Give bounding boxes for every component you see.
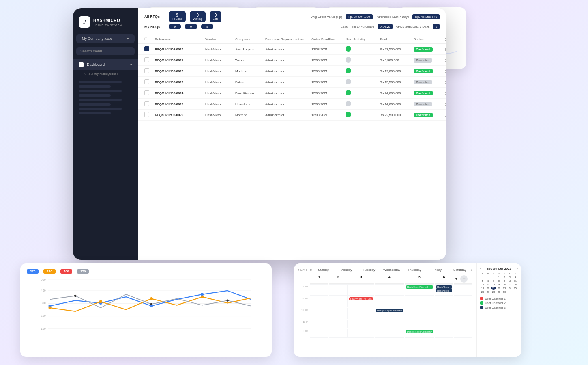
row-rep-0: Administrator	[265, 48, 310, 51]
cal-cell-sun-9[interactable]	[310, 284, 328, 296]
row-more-6[interactable]: ⋮	[444, 113, 446, 117]
svg-point-18	[74, 295, 76, 297]
chart-legend: 270 270 400 270	[27, 269, 265, 274]
cal-cell-sat-10[interactable]	[454, 296, 472, 307]
cal-next-btn[interactable]: ›	[471, 268, 472, 272]
svg-point-13	[201, 293, 204, 296]
cal-cell-sat-9[interactable]	[454, 284, 472, 296]
cal-cell-sun-11[interactable]	[310, 308, 328, 319]
cal-cell-tue-11[interactable]	[348, 308, 374, 319]
row-checkbox-5[interactable]	[144, 101, 149, 106]
cal-cell-wed-10[interactable]	[375, 296, 404, 307]
row-vendor-4: HashMicro	[205, 91, 234, 95]
to-send-btn[interactable]: 9 To Send	[169, 11, 186, 22]
cal-cell-wed-12[interactable]	[375, 320, 404, 328]
waiting-btn[interactable]: 0 Waiting	[190, 11, 206, 22]
cal-cell-fri-1[interactable]	[435, 329, 453, 338]
mini-cal-prev[interactable]: ‹	[480, 267, 481, 270]
cal-cell-fri-9[interactable]: HashMicro HashMicro	[435, 284, 453, 296]
cal-cell-fri-11[interactable]	[435, 308, 453, 319]
rfq-all-row: All RFQs 9 To Send 0 Waiting 9 Late Avg	[144, 11, 440, 22]
row-rep-1: Administrator	[265, 58, 310, 62]
sidebar-item-dashboard[interactable]: Dashboard ▾	[73, 59, 138, 70]
company-name: My Company xxxx	[82, 37, 112, 41]
row-vendor-1: HashMicro	[205, 58, 234, 62]
sidebar-search[interactable]: Search menu...	[76, 47, 135, 55]
chart-label-blue: 270	[27, 269, 39, 274]
row-total-1: Rp.9,500,000	[380, 58, 412, 62]
mini-cal-header: ‹ September 2021 ›	[480, 267, 518, 270]
row-checkbox-1[interactable]	[144, 57, 149, 62]
row-more-0[interactable]: ⋮	[444, 48, 446, 51]
cal-cell-sat-12[interactable]	[454, 320, 472, 328]
cal-cell-mon-9[interactable]	[329, 284, 348, 296]
cal-cell-mon-10[interactable]	[329, 296, 348, 307]
cal-cell-wed-11[interactable]: Design Logo Company	[375, 308, 404, 319]
cal-cell-tue-10[interactable]: HashMicro Pte. Ltd.	[348, 296, 374, 307]
my-to-send-btn[interactable]: 9	[169, 24, 181, 29]
table-row[interactable]: RFQ/21/12/08/0026 HashMicro Mortana Admi…	[138, 110, 446, 121]
cal-cell-sat-11[interactable]	[454, 308, 472, 319]
cal-cell-mon-1[interactable]	[329, 329, 348, 338]
cal-cell-mon-11[interactable]	[329, 308, 348, 319]
mini-cal-next[interactable]: ›	[517, 267, 518, 270]
row-rep-2: Administrator	[265, 69, 310, 73]
search-placeholder: Search menu...	[80, 49, 105, 53]
row-checkbox-6[interactable]	[144, 112, 149, 117]
my-waiting-btn[interactable]: 0	[185, 24, 197, 29]
brand-name: HASHMICRO	[93, 18, 122, 23]
row-more-3[interactable]: ⋮	[444, 80, 446, 84]
my-rfqs-label: My RFQs	[144, 25, 165, 29]
cal-cell-thu-1[interactable]: Design Logo Company	[405, 329, 434, 338]
cal-cell-thu-9[interactable]: HashMicro Pte. Ltd.	[405, 284, 434, 296]
cal-cell-wed-9[interactable]	[375, 284, 404, 296]
cal-prev-btn[interactable]: ‹	[298, 268, 299, 272]
cal-cell-sun-1[interactable]	[310, 329, 328, 338]
monitor-frame: # HASHMICRO THINK FORWARD My Company xxx…	[73, 8, 446, 260]
row-more-2[interactable]: ⋮	[444, 69, 446, 73]
table-row[interactable]: RFQ/21/12/08/0025 HashMicro Homethera Ad…	[138, 99, 446, 110]
table-row[interactable]: RFQ/21/12/08/0021 HashMicro Woobi Admini…	[138, 55, 446, 66]
dashboard-label: Dashboard	[87, 63, 105, 67]
purchased-7days: Rp. 45.356.570	[412, 14, 440, 19]
late-btn[interactable]: 9 Late	[210, 11, 222, 22]
table-row[interactable]: RFQ/21/12/08/0024 HashMicro Pure Kirchen…	[138, 88, 446, 99]
row-status-0: Confirmed	[414, 48, 442, 51]
cal-cell-fri-12[interactable]	[435, 320, 453, 328]
cal-cell-sun-10[interactable]	[310, 296, 328, 307]
table-row[interactable]: RFQ/21/12/08/0022 HashMicro Mortana Admi…	[138, 66, 446, 77]
table-row[interactable]: RFQ/21/12/08/0020 HashMicro Avail Logist…	[138, 44, 446, 55]
row-activity-3	[346, 79, 378, 85]
cal-cell-sat-1[interactable]	[454, 329, 472, 338]
cal-cell-wed-1[interactable]	[375, 329, 404, 338]
row-more-5[interactable]: ⋮	[444, 102, 446, 106]
cal-cell-thu-12[interactable]	[405, 320, 434, 328]
cal-cell-tue-1[interactable]	[348, 329, 374, 338]
row-checkbox-4[interactable]	[144, 90, 149, 95]
row-activity-5	[346, 101, 378, 107]
cal-cell-mon-12[interactable]	[329, 320, 348, 328]
cal-cell-thu-11[interactable]	[405, 308, 434, 319]
cal-cell-sun-12[interactable]	[310, 320, 328, 328]
row-checkbox-0[interactable]	[144, 46, 149, 51]
cal-cell-tue-12[interactable]	[348, 320, 374, 328]
my-rfq-stats: Lead Time to Purchase 0 Days RFQs Sent L…	[341, 24, 440, 29]
my-late-btn[interactable]: 9	[201, 24, 213, 29]
sidebar-bar-8	[79, 112, 111, 114]
table-row[interactable]: RFQ/21/12/08/0023 HashMicro Eates Admini…	[138, 77, 446, 88]
company-selector[interactable]: My Company xxxx ▾	[76, 34, 135, 43]
cal-time-zone: GMT +8	[300, 268, 312, 272]
row-more-4[interactable]: ⋮	[444, 91, 446, 95]
cal-cell-fri-10[interactable]	[435, 296, 453, 307]
sidebar-item-survey[interactable]: Survey Management	[73, 70, 138, 78]
cal-add-event-btn[interactable]: +	[460, 275, 468, 283]
row-checkbox-2[interactable]	[144, 68, 149, 73]
calendar-main: ‹ GMT +8 Sunday Monday Tuesday Wednesday…	[294, 263, 476, 357]
cal-cell-thu-10[interactable]	[405, 296, 434, 307]
cal-cell-tue-9[interactable]	[348, 284, 374, 296]
dashboard-icon	[79, 62, 84, 67]
row-more-1[interactable]: ⋮	[444, 58, 446, 62]
row-checkbox-3[interactable]	[144, 79, 149, 84]
table-header: ☐ Reference Vendor Company Purchase Repr…	[138, 35, 446, 44]
today-cell[interactable]: 21	[491, 287, 496, 290]
